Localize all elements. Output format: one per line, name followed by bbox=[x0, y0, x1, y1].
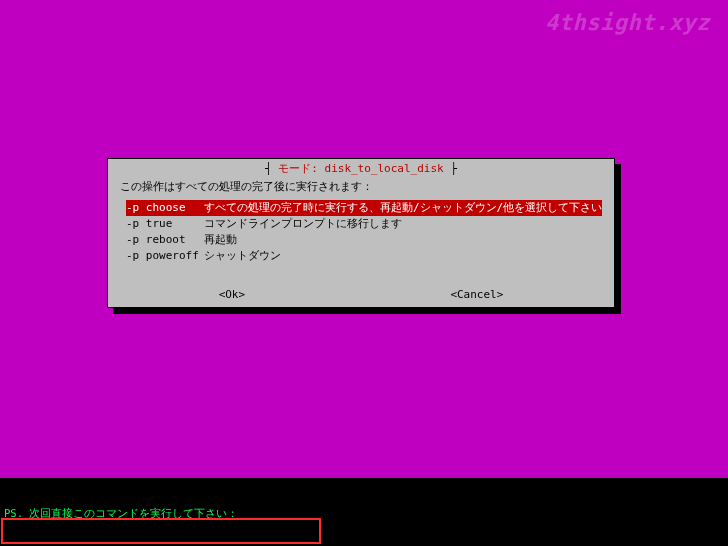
terminal-line-1: PS. 次回直接このコマンドを実行して下さい： bbox=[4, 507, 724, 520]
option-desc: コマンドラインプロンプトに移行します bbox=[204, 216, 402, 232]
option-p-true[interactable]: -p true コマンドラインプロンプトに移行します bbox=[126, 216, 606, 232]
option-p-poweroff[interactable]: -p poweroff シャットダウン bbox=[126, 248, 606, 264]
option-p-reboot[interactable]: -p reboot 再起動 bbox=[126, 232, 606, 248]
mode-dialog: ┤ モード: disk_to_local_disk ├ この操作はすべての処理の… bbox=[107, 158, 615, 308]
dialog-prompt: この操作はすべての処理の完了後に実行されます： bbox=[120, 179, 606, 194]
ok-button[interactable]: <Ok> bbox=[215, 288, 250, 301]
option-flag: -p true bbox=[126, 216, 204, 232]
option-desc: すべての処理の完了時に実行する、再起動/シャットダウン/他を選択して下さい bbox=[204, 200, 602, 216]
option-desc: シャットダウン bbox=[204, 248, 281, 264]
terminal-output: PS. 次回直接このコマンドを実行して下さい： /usr/sbin/ocs-on… bbox=[0, 478, 728, 546]
option-flag: -p poweroff bbox=[126, 248, 204, 264]
option-flag: -p reboot bbox=[126, 232, 204, 248]
cancel-button[interactable]: <Cancel> bbox=[446, 288, 507, 301]
option-p-choose[interactable]: -p choose すべての処理の完了時に実行する、再起動/シャットダウン/他を… bbox=[126, 200, 602, 216]
option-desc: 再起動 bbox=[204, 232, 237, 248]
watermark-text: 4thsight.xyz bbox=[545, 10, 710, 35]
dialog-buttons: <Ok> <Cancel> bbox=[116, 288, 606, 301]
option-flag: -p choose bbox=[126, 200, 204, 216]
dialog-title: モード: disk_to_local_disk bbox=[278, 162, 443, 175]
dialog-title-row: ┤ モード: disk_to_local_disk ├ bbox=[116, 162, 606, 176]
